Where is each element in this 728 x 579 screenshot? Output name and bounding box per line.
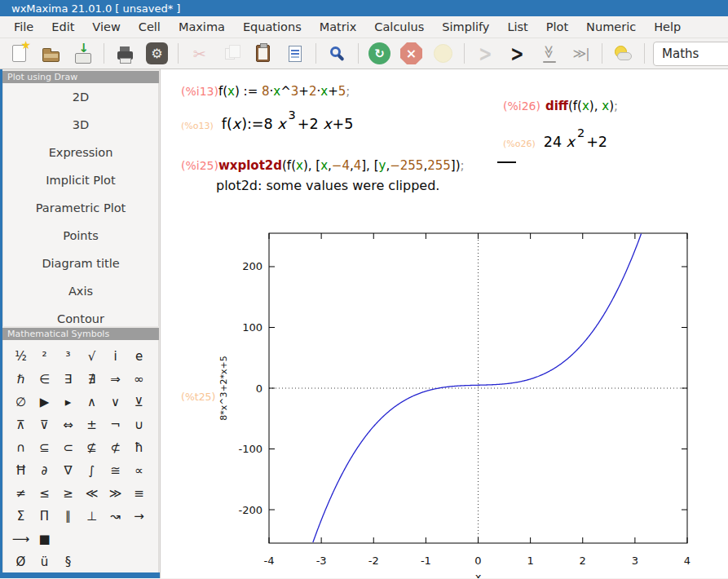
math-symbol-button[interactable]: ½ bbox=[9, 345, 33, 368]
menu-item-matrix[interactable]: Matrix bbox=[311, 18, 366, 36]
draw-pane-header[interactable]: Plot using Draw bbox=[2, 71, 159, 83]
math-symbol-button[interactable]: ⊼ bbox=[9, 413, 33, 436]
math-symbol-button[interactable]: ⟶ bbox=[9, 528, 33, 550]
math-symbol-button[interactable]: ⊆ bbox=[33, 436, 56, 459]
menu-item-edit[interactable]: Edit bbox=[42, 18, 83, 36]
cut-button[interactable]: ✂ bbox=[187, 41, 212, 66]
math-symbol-button[interactable]: e bbox=[127, 345, 151, 368]
math-symbol-button[interactable]: ∫ bbox=[80, 459, 104, 482]
math-symbol-button[interactable]: ⊄ bbox=[104, 436, 127, 459]
math-symbol-button[interactable]: ³ bbox=[56, 345, 80, 368]
math-symbol-button[interactable]: ≪ bbox=[80, 482, 104, 505]
math-symbol-button[interactable]: ℏ bbox=[9, 368, 33, 391]
math-symbol-button[interactable]: ≥ bbox=[56, 482, 80, 505]
math-symbol-button[interactable]: ⊂ bbox=[56, 436, 80, 459]
math-symbol-button[interactable]: ↝ bbox=[104, 505, 127, 528]
math-symbol-button[interactable]: ≤ bbox=[33, 482, 56, 505]
edit-document-button[interactable] bbox=[282, 41, 307, 66]
math-symbol-button[interactable]: ² bbox=[33, 345, 56, 368]
math-symbol-button[interactable]: § bbox=[56, 550, 80, 572]
math-symbol-button[interactable]: ■ bbox=[33, 528, 56, 550]
new-document-button[interactable]: ★ bbox=[7, 41, 32, 66]
math-symbol-button[interactable]: ⇔ bbox=[56, 413, 80, 436]
math-symbol-button[interactable]: ± bbox=[80, 413, 104, 436]
math-symbol-button[interactable]: ∈ bbox=[33, 368, 56, 391]
menu-item-equations[interactable]: Equations bbox=[234, 18, 311, 36]
maths-mode-select[interactable]: Maths ▼ bbox=[653, 42, 728, 66]
math-symbol-button[interactable]: √ bbox=[80, 345, 104, 368]
math-symbol-button[interactable]: ∩ bbox=[9, 436, 33, 459]
menu-item-help[interactable]: Help bbox=[645, 18, 690, 36]
draw-pane-button-parametric-plot[interactable]: Parametric Plot bbox=[3, 194, 158, 222]
math-symbol-button[interactable]: ⊻ bbox=[127, 391, 151, 413]
draw-pane-button-axis[interactable]: Axis bbox=[3, 277, 158, 305]
find-button[interactable] bbox=[324, 41, 350, 66]
math-symbol-button[interactable]: ≫ bbox=[104, 482, 127, 505]
draw-pane-button-implicit-plot[interactable]: Implicit Plot bbox=[3, 166, 158, 194]
math-symbol-button[interactable]: ∞ bbox=[127, 368, 151, 391]
math-symbol-button[interactable]: ∝ bbox=[127, 459, 151, 482]
math-symbol-button[interactable]: ∅ bbox=[9, 391, 33, 413]
menu-item-list[interactable]: List bbox=[498, 18, 536, 36]
evaluate-till-here-button[interactable]: ≫ bbox=[536, 41, 562, 66]
open-file-button[interactable] bbox=[38, 41, 64, 66]
menu-item-plot[interactable]: Plot bbox=[537, 18, 577, 36]
math-symbol-button[interactable]: Σ bbox=[9, 505, 33, 528]
symbols-pane-header[interactable]: Mathematical Symbols bbox=[2, 328, 159, 340]
math-symbol-button[interactable]: ▸ bbox=[56, 391, 80, 413]
math-symbol-button[interactable]: ⇒ bbox=[104, 368, 127, 391]
menu-item-view[interactable]: View bbox=[83, 18, 129, 36]
collapsed-pane-header[interactable] bbox=[0, 572, 160, 578]
math-symbol-button[interactable]: ∄ bbox=[80, 368, 104, 391]
titlebar[interactable]: wxMaxima 21.01.0 [ unsaved* ] bbox=[0, 0, 728, 16]
math-symbol-button[interactable]: → bbox=[127, 505, 151, 528]
math-symbol-button[interactable] bbox=[104, 528, 127, 550]
math-symbol-button[interactable]: ⊽ bbox=[33, 413, 56, 436]
menu-item-simplify[interactable]: Simplify bbox=[433, 18, 498, 36]
math-symbol-button[interactable]: ¬ bbox=[104, 413, 127, 436]
math-symbol-button[interactable]: ∥ bbox=[56, 505, 80, 528]
draw-pane-button-contour[interactable]: Contour bbox=[3, 305, 158, 326]
math-symbol-button[interactable]: Π bbox=[33, 505, 56, 528]
math-symbol-button[interactable]: Ø bbox=[9, 550, 33, 572]
math-symbol-button[interactable]: ∃ bbox=[56, 368, 80, 391]
draw-pane-button-diagram-title[interactable]: Diagram title bbox=[3, 250, 158, 277]
draw-button[interactable] bbox=[611, 41, 636, 66]
menu-item-maxima[interactable]: Maxima bbox=[170, 18, 234, 36]
math-symbol-button[interactable] bbox=[56, 528, 80, 550]
math-symbol-button[interactable]: ⊈ bbox=[80, 436, 104, 459]
copy-button[interactable] bbox=[218, 41, 244, 66]
menu-item-numeric[interactable]: Numeric bbox=[577, 18, 645, 36]
math-symbol-button[interactable]: ∂ bbox=[33, 459, 56, 482]
math-symbol-button[interactable]: ∪ bbox=[127, 413, 151, 436]
math-symbol-button[interactable]: ≡ bbox=[127, 482, 151, 505]
menu-item-cell[interactable]: Cell bbox=[130, 18, 170, 36]
math-symbol-button[interactable]: ≅ bbox=[104, 459, 127, 482]
math-symbol-button[interactable]: i bbox=[104, 345, 127, 368]
paste-button[interactable] bbox=[250, 41, 276, 66]
math-symbol-button[interactable]: ü bbox=[33, 550, 56, 572]
math-symbol-button[interactable] bbox=[127, 528, 151, 550]
draw-pane-button-points[interactable]: Points bbox=[3, 222, 158, 250]
preferences-button[interactable]: ⚙ bbox=[144, 41, 170, 66]
math-symbol-button[interactable]: Ħ bbox=[9, 459, 33, 482]
save-button[interactable]: ↓ bbox=[70, 41, 95, 66]
follow-button[interactable] bbox=[430, 41, 456, 66]
interrupt-button[interactable]: × bbox=[399, 41, 424, 66]
math-symbol-button[interactable]: ħ bbox=[127, 436, 151, 459]
print-button[interactable] bbox=[113, 41, 138, 66]
draw-pane-button-expression[interactable]: Expression bbox=[3, 139, 158, 166]
menu-item-calculus[interactable]: Calculus bbox=[365, 18, 433, 36]
plot2d-image[interactable]: -4-3-2-101234-200-1000100200x8*x^3+2*x+5 bbox=[161, 69, 728, 578]
math-symbol-button[interactable]: ⊥ bbox=[80, 505, 104, 528]
math-symbol-button[interactable]: ∇ bbox=[56, 459, 80, 482]
evaluate-rest-button[interactable]: ≫| bbox=[568, 41, 593, 66]
worksheet[interactable]: (%i13)f(x) := 8·x^3+2·x+5; (%o13)f(x):=8… bbox=[161, 69, 728, 578]
math-symbol-button[interactable]: ≠ bbox=[9, 482, 33, 505]
draw-pane-button-3d[interactable]: 3D bbox=[3, 111, 158, 139]
math-symbol-button[interactable]: ▶ bbox=[33, 391, 56, 413]
math-symbol-button[interactable]: ∨ bbox=[104, 391, 127, 413]
math-symbol-button[interactable] bbox=[80, 528, 104, 550]
menu-item-file[interactable]: File bbox=[5, 18, 42, 36]
evaluate-all-button[interactable]: > bbox=[505, 41, 530, 66]
